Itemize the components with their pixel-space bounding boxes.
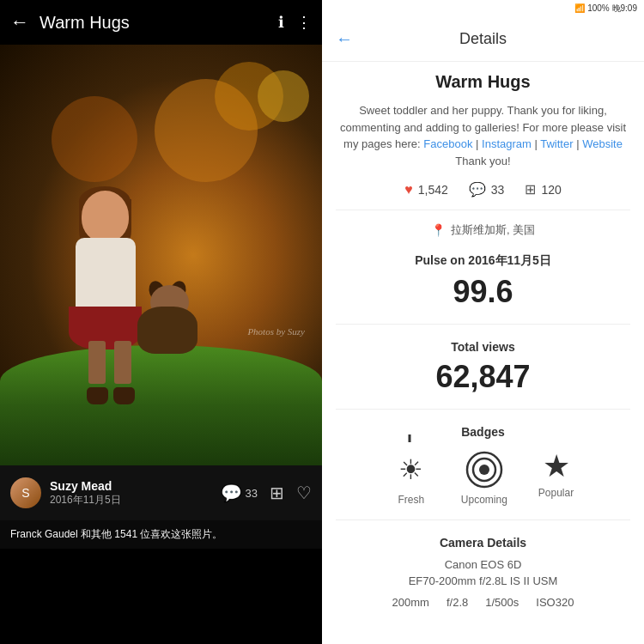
shutter-speed: 1/500s <box>485 596 519 609</box>
galleries-stat: ⊞ 120 <box>525 181 561 197</box>
share-button[interactable]: ⋮ <box>296 13 312 32</box>
twitter-link[interactable]: Twitter <box>540 137 573 150</box>
add-action[interactable]: ⊞ <box>270 483 284 503</box>
views-section: Total views 62,847 <box>336 340 630 410</box>
photo-illustration: Photos by Suzy <box>0 45 322 465</box>
girl-head <box>82 191 129 242</box>
fresh-label: Fresh <box>398 494 424 506</box>
detail-photo-title: Warm Hugs <box>336 72 630 92</box>
comment-stat-icon: 💬 <box>469 181 486 197</box>
sep1: | <box>476 137 482 150</box>
info-button[interactable]: ℹ <box>278 13 284 32</box>
comments-count: 33 <box>491 183 505 197</box>
heart-icon: ♡ <box>296 483 312 503</box>
status-text: 📶 100% 晚9:09 <box>574 3 637 15</box>
dog-figure <box>129 285 206 371</box>
dog-body <box>137 307 197 354</box>
camera-title: Camera Details <box>336 536 630 550</box>
right-panel: 📶 100% 晚9:09 ← Details Warm Hugs Sweet t… <box>322 0 644 644</box>
badges-section: Badges ☀ Fresh <box>336 425 630 520</box>
views-label: Total views <box>336 340 630 354</box>
right-back-button[interactable]: ← <box>336 29 353 49</box>
right-header: ← Details <box>322 17 644 62</box>
badges-title: Badges <box>336 425 630 439</box>
bottom-bar: S Suzy Mead 2016年11月5日 💬 33 ⊞ ♡ <box>0 465 322 520</box>
comment-icon: 💬 <box>221 483 242 503</box>
likes-text: Franck Gaudel 和其他 1541 位喜欢这张照片。 <box>10 528 222 540</box>
website-link[interactable]: Website <box>582 137 623 150</box>
circle-icon <box>465 451 503 489</box>
iso: ISO320 <box>536 596 574 609</box>
thanks-text: Thank you! <box>455 155 510 167</box>
camera-lens: EF70-200mm f/2.8L IS II USM <box>336 574 630 587</box>
sun-icon: ☀ <box>392 451 430 489</box>
boot-right <box>113 387 135 404</box>
back-button[interactable]: ← <box>10 11 29 33</box>
details-title: Details <box>361 30 605 48</box>
galleries-count: 120 <box>541 183 561 197</box>
popular-badge: ★ Popular <box>538 451 574 506</box>
user-name: Suzy Mead <box>50 479 221 493</box>
views-value: 62,847 <box>336 359 630 395</box>
avatar: S <box>10 477 41 508</box>
page-title: Warm Hugs <box>39 13 266 33</box>
add-icon: ⊞ <box>270 483 284 503</box>
upcoming-badge: Upcoming <box>461 451 507 506</box>
post-date: 2016年11月5日 <box>50 493 221 507</box>
likes-stat: ♥ 1,542 <box>404 181 448 197</box>
heart-stat-icon: ♥ <box>404 182 413 197</box>
comment-count: 33 <box>246 487 258 500</box>
gallery-stat-icon: ⊞ <box>525 181 536 197</box>
instagram-link[interactable]: Instagram <box>482 137 532 150</box>
badges-row: ☀ Fresh Upcoming <box>336 451 630 506</box>
stats-row: ♥ 1,542 💬 33 ⊞ 120 <box>336 181 630 210</box>
left-header: ← Warm Hugs ℹ ⋮ <box>0 0 322 45</box>
camera-section: Camera Details Canon EOS 6D EF70-200mm f… <box>336 536 630 609</box>
star-icon: ★ <box>543 451 570 482</box>
like-action[interactable]: ♡ <box>296 483 312 503</box>
action-bar: 💬 33 ⊞ ♡ <box>221 483 312 503</box>
user-info: Suzy Mead 2016年11月5日 <box>50 479 221 507</box>
camera-specs: 200mm f/2.8 1/500s ISO320 <box>336 596 630 609</box>
photo-description: Sweet toddler and her puppy. Thank you f… <box>336 102 630 169</box>
pulse-label: Pulse on 2016年11月5日 <box>336 253 630 269</box>
status-bar: 📶 100% 晚9:09 <box>322 0 644 17</box>
sun-rays <box>392 451 430 489</box>
leg-left <box>88 341 106 384</box>
comment-action[interactable]: 💬 33 <box>221 483 258 503</box>
facebook-link[interactable]: Facebook <box>423 137 472 150</box>
facebook-anchor[interactable]: Facebook <box>423 137 472 150</box>
likes-count: 1,542 <box>418 183 448 197</box>
pulse-section: Pulse on 2016年11月5日 99.6 <box>336 253 630 325</box>
boot-left <box>87 387 108 404</box>
photo-container: Photos by Suzy <box>0 45 322 465</box>
ray-0 <box>409 434 411 442</box>
likes-bar: Franck Gaudel 和其他 1541 位喜欢这张照片。 <box>0 520 322 549</box>
pulse-value: 99.6 <box>336 274 630 310</box>
aperture: f/2.8 <box>447 596 468 609</box>
svg-point-2 <box>479 465 489 475</box>
focal-length: 200mm <box>392 596 429 609</box>
photo-watermark: Photos by Suzy <box>247 326 305 337</box>
detail-content: Warm Hugs Sweet toddler and her puppy. T… <box>322 62 644 629</box>
upcoming-label: Upcoming <box>461 494 507 506</box>
location-text: 拉斯维加斯, 美国 <box>451 222 535 238</box>
left-panel: ← Warm Hugs ℹ ⋮ <box>0 0 322 644</box>
concentric-circles-svg <box>465 451 503 489</box>
comments-stat: 💬 33 <box>469 181 505 197</box>
popular-label: Popular <box>538 487 574 499</box>
location-pin-icon: 📍 <box>431 223 446 237</box>
fresh-badge: ☀ Fresh <box>392 451 430 506</box>
girl-body <box>76 238 136 315</box>
camera-model: Canon EOS 6D <box>336 558 630 571</box>
location-row: 📍 拉斯维加斯, 美国 <box>336 222 630 238</box>
